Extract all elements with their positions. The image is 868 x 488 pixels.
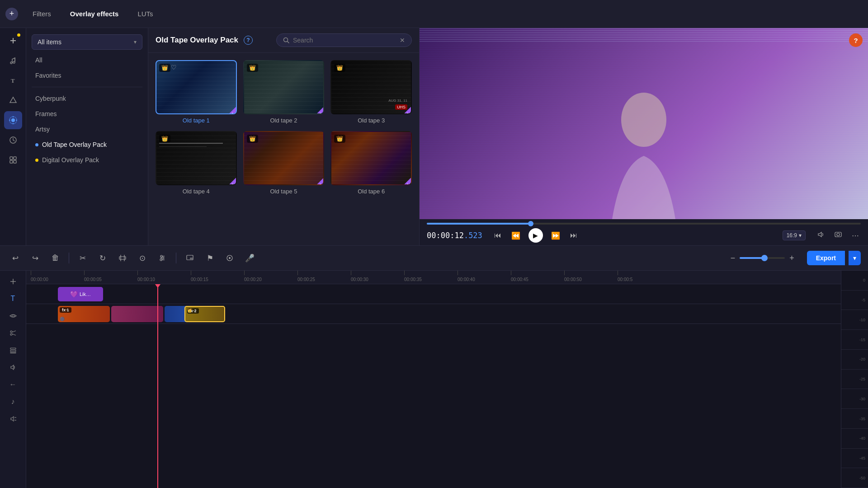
svg-rect-14 (14, 157, 16, 160)
svg-point-34 (229, 257, 231, 259)
export-button[interactable]: Export (807, 251, 845, 265)
zoom-slider[interactable] (740, 257, 785, 259)
aspect-ratio-dropdown[interactable]: 16:9 ▾ (783, 230, 806, 240)
cat-item-artsy[interactable]: Artsy (26, 122, 148, 137)
svg-marker-5 (10, 97, 16, 103)
tl-text-tool[interactable]: T (6, 291, 20, 306)
redo-button[interactable]: ↪ (27, 250, 43, 266)
snapshot-button[interactable] (833, 230, 844, 241)
skip-to-start-button[interactable]: ⏮ (492, 230, 503, 240)
sidebar-icon-effects[interactable] (4, 111, 22, 129)
video-clip-1[interactable]: fx·1 🔵 (58, 306, 110, 322)
heart-icon-1[interactable]: ♡ (171, 64, 177, 71)
pip-button[interactable] (182, 250, 198, 266)
cut-button[interactable]: ✂ (75, 250, 91, 266)
sidebar-icon-music[interactable] (4, 52, 22, 70)
mic-button[interactable]: 🎤 (241, 250, 258, 266)
svg-point-30 (160, 259, 162, 261)
add-project-button[interactable]: + (5, 8, 18, 20)
pack-help-icon[interactable]: ? (244, 36, 253, 45)
tl-eye-tool[interactable] (6, 309, 20, 323)
search-clear-icon[interactable]: ✕ (400, 37, 405, 44)
speed-button[interactable]: ⊙ (134, 250, 151, 266)
tl-music-tool[interactable]: ♪ (6, 394, 20, 409)
effect-card-5[interactable]: 👑 NEW Old tape 5 (243, 131, 325, 195)
cat-item-frames[interactable]: Frames (26, 106, 148, 122)
skip-to-end-button[interactable]: ⏭ (568, 230, 579, 240)
effect-label-6: Old tape 6 (358, 188, 385, 195)
tl-layers-tool[interactable] (6, 343, 20, 357)
vol-tick-7: -35 (841, 409, 868, 429)
sidebar-icon-plugin[interactable] (4, 151, 22, 169)
step-back-button[interactable]: ⏪ (509, 230, 522, 241)
effect-card-1[interactable]: 👑 ♡ NEW Old tape 1 (156, 60, 237, 124)
tl-scissor-tool[interactable] (6, 326, 20, 340)
crown-icon-4: 👑 (159, 135, 170, 143)
volume-scale: 0 -5 -10 -15 -20 -25 -30 -35 -40 -45 -50 (841, 271, 868, 488)
svg-rect-16 (14, 160, 16, 163)
glitch-overlay (420, 28, 868, 42)
effect-card-6[interactable]: 👑 NEW Old tape 6 (330, 131, 412, 195)
video-clip-4[interactable]: fx·2 👑 (184, 306, 225, 322)
svg-rect-42 (10, 348, 16, 349)
progress-fill (427, 223, 531, 225)
play-button[interactable]: ▶ (528, 228, 543, 243)
progress-track[interactable] (427, 223, 861, 225)
flag-button[interactable]: ⚑ (202, 250, 218, 266)
more-options-button[interactable]: ⋯ (850, 230, 861, 241)
trim-button[interactable] (114, 250, 131, 266)
svg-point-21 (837, 233, 840, 236)
sidebar-icon-add[interactable] (4, 32, 22, 50)
nav-tab-luts[interactable]: LUTs (129, 6, 161, 21)
step-forward-button[interactable]: ⏩ (549, 230, 562, 241)
main-area: T All items ▾ All Favorites (0, 28, 868, 245)
svg-point-6 (11, 118, 15, 122)
export-caret-button[interactable]: ▾ (849, 251, 861, 265)
zoom-out-button[interactable]: − (729, 253, 737, 264)
all-items-dropdown[interactable]: All items ▾ (32, 34, 142, 50)
search-input[interactable] (293, 37, 396, 44)
cat-item-all[interactable]: All (26, 52, 148, 68)
effect-label-1: Old tape 1 (183, 117, 210, 124)
effect-card-3[interactable]: 👑 UHS AUG 31, 11 NEW Old tape 3 (330, 60, 412, 124)
cat-item-digital-overlay[interactable]: Digital Overlay Pack (26, 152, 148, 168)
tl-back-tool[interactable]: ← (6, 377, 20, 392)
transport-bar: 00:00:12.523 ⏮ ⏪ ▶ ⏩ ⏭ 16:9 ▾ ⋯ (420, 219, 868, 245)
video-clip-2[interactable] (111, 306, 163, 322)
undo-button[interactable]: ↩ (7, 250, 24, 266)
cat-item-old-tape[interactable]: Old Tape Overlay Pack (26, 137, 148, 152)
zoom-in-button[interactable]: + (788, 253, 796, 264)
tl-speaker-tool[interactable] (6, 360, 20, 375)
ruler-tick-4: 00:00:20 (244, 271, 262, 284)
vol-tick-3: -15 (841, 330, 868, 350)
effect-card-2[interactable]: 👑 NEW Old tape 2 (243, 60, 325, 124)
tl-speaker2-tool[interactable] (6, 412, 20, 426)
chevron-down-icon: ▾ (134, 39, 137, 45)
vol-tick-10: -50 (841, 468, 868, 488)
timeline-tracks: 💜 Lik… fx·1 🔵 fx·2 👑 (26, 284, 841, 488)
playhead[interactable] (157, 284, 158, 488)
adjust-button[interactable] (154, 250, 170, 266)
svg-line-18 (288, 42, 289, 43)
stabilize-button[interactable] (222, 250, 238, 266)
svg-point-39 (10, 333, 12, 335)
overlay-clip-like[interactable]: 💜 Lik… (58, 287, 103, 301)
crop-button[interactable]: ↻ (94, 250, 111, 266)
effect-card-4[interactable]: 👑 NEW Old tape 4 (156, 131, 237, 195)
effect-label-2: Old tape 2 (270, 117, 297, 124)
help-button[interactable]: ? (849, 33, 863, 47)
svg-rect-32 (190, 258, 193, 259)
cat-item-favorites[interactable]: Favorites (26, 68, 148, 83)
sidebar-icon-clock[interactable] (4, 131, 22, 149)
nav-tab-filters[interactable]: Filters (24, 6, 59, 21)
grid-header: Old Tape Overlay Pack ? ✕ (148, 28, 419, 53)
toolbar-separator-2 (176, 253, 176, 263)
tl-add-track-button[interactable] (6, 274, 20, 289)
delete-button[interactable]: 🗑 (47, 250, 63, 266)
nav-tab-overlay-effects[interactable]: Overlay effects (62, 6, 127, 21)
sidebar-icon-shapes[interactable] (4, 91, 22, 109)
sidebar-icon-text[interactable]: T (4, 71, 22, 89)
cat-item-cyberpunk[interactable]: Cyberpunk (26, 91, 148, 106)
volume-button[interactable] (816, 230, 826, 241)
toolbar-separator-1 (69, 253, 69, 263)
